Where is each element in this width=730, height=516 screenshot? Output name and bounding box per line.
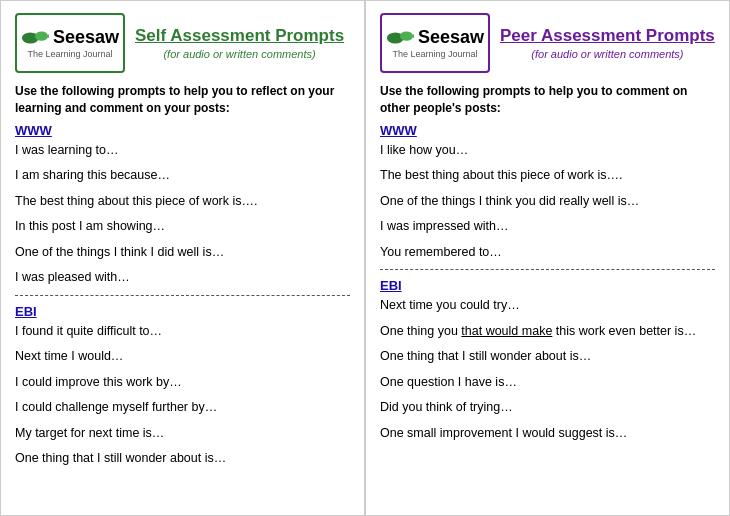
right-ebi-prompt-6: One small improvement I would suggest is…: [380, 425, 715, 443]
right-logo-subtitle: The Learning Journal: [392, 49, 477, 59]
left-ebi-prompt-1: I found it quite difficult to…: [15, 323, 350, 341]
left-www-link[interactable]: WWW: [15, 123, 350, 138]
left-www-prompt-4: In this post I am showing…: [15, 218, 350, 236]
left-ebi-prompt-6: One thing that I still wonder about is…: [15, 450, 350, 468]
left-audio-note: (for audio or written comments): [163, 48, 315, 60]
right-title-block: Peer Assessment Prompts (for audio or wr…: [500, 26, 715, 60]
right-header: Seesaw The Learning Journal Peer Assessm…: [380, 13, 715, 73]
right-divider: [380, 269, 715, 270]
left-ebi-prompt-4: I could challenge myself further by…: [15, 399, 350, 417]
left-logo-row: Seesaw: [21, 27, 119, 48]
right-ebi-prompt-1: Next time you could try…: [380, 297, 715, 315]
left-ebi-prompt-3: I could improve this work by…: [15, 374, 350, 392]
svg-marker-5: [413, 34, 414, 38]
left-www-prompt-5: One of the things I think I did well is…: [15, 244, 350, 262]
left-bird-icon: [21, 29, 49, 47]
right-logo-row: Seesaw: [386, 27, 484, 48]
left-header: Seesaw The Learning Journal Self Assessm…: [15, 13, 350, 73]
left-ebi-prompt-5: My target for next time is…: [15, 425, 350, 443]
right-www-prompt-1: I like how you…: [380, 142, 715, 160]
left-www-prompt-1: I was learning to…: [15, 142, 350, 160]
right-audio-note: (for audio or written comments): [531, 48, 683, 60]
right-www-link[interactable]: WWW: [380, 123, 715, 138]
right-ebi-prompt-2: One thing you that would make this work …: [380, 323, 715, 341]
right-intro: Use the following prompts to help you to…: [380, 83, 715, 117]
left-panel: Seesaw The Learning Journal Self Assessm…: [0, 0, 365, 516]
right-www-prompt-4: I was impressed with…: [380, 218, 715, 236]
right-ebi-label: EBI: [380, 278, 715, 293]
left-title-block: Self Assessment Prompts (for audio or wr…: [135, 26, 344, 60]
left-logo-box: Seesaw The Learning Journal: [15, 13, 125, 73]
svg-marker-2: [48, 34, 49, 38]
right-title: Peer Assessment Prompts: [500, 26, 715, 46]
left-www-prompt-3: The best thing about this piece of work …: [15, 193, 350, 211]
right-ebi-prompt-3: One thing that I still wonder about is…: [380, 348, 715, 366]
right-ebi-prompt-4: One question I have is…: [380, 374, 715, 392]
left-logo-subtitle: The Learning Journal: [27, 49, 112, 59]
svg-point-1: [35, 31, 48, 40]
left-www-prompt-2: I am sharing this because…: [15, 167, 350, 185]
right-panel: Seesaw The Learning Journal Peer Assessm…: [365, 0, 730, 516]
left-intro: Use the following prompts to help you to…: [15, 83, 350, 117]
right-www-prompt-3: One of the things I think you did really…: [380, 193, 715, 211]
right-www-prompt-5: You remembered to…: [380, 244, 715, 262]
left-divider: [15, 295, 350, 296]
svg-point-4: [400, 31, 413, 40]
right-logo-box: Seesaw The Learning Journal: [380, 13, 490, 73]
left-www-prompt-6: I was pleased with…: [15, 269, 350, 287]
right-logo-brand: Seesaw: [418, 27, 484, 48]
left-ebi-label: EBI: [15, 304, 350, 319]
left-ebi-prompt-2: Next time I would…: [15, 348, 350, 366]
left-logo-brand: Seesaw: [53, 27, 119, 48]
right-www-prompt-2: The best thing about this piece of work …: [380, 167, 715, 185]
left-title: Self Assessment Prompts: [135, 26, 344, 46]
right-ebi-prompt-5: Did you think of trying…: [380, 399, 715, 417]
right-bird-icon: [386, 29, 414, 47]
